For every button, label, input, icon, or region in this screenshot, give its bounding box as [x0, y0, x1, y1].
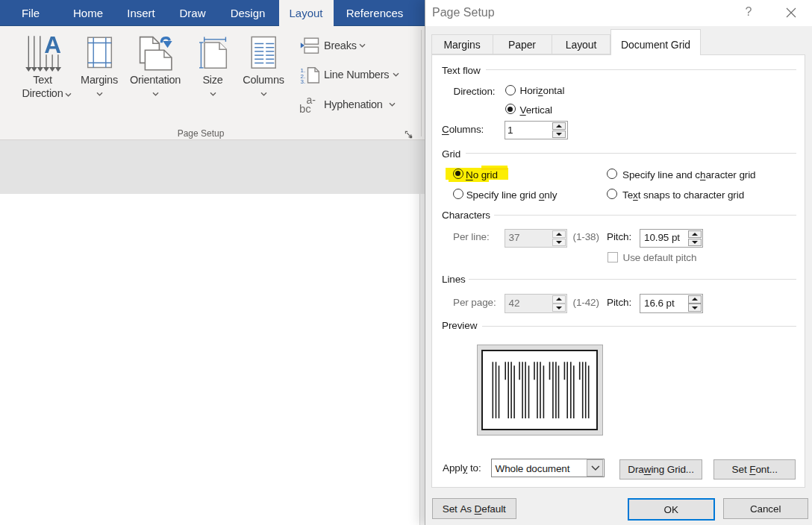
svg-text:A: A	[44, 33, 61, 58]
svg-text:bc: bc	[299, 102, 311, 115]
